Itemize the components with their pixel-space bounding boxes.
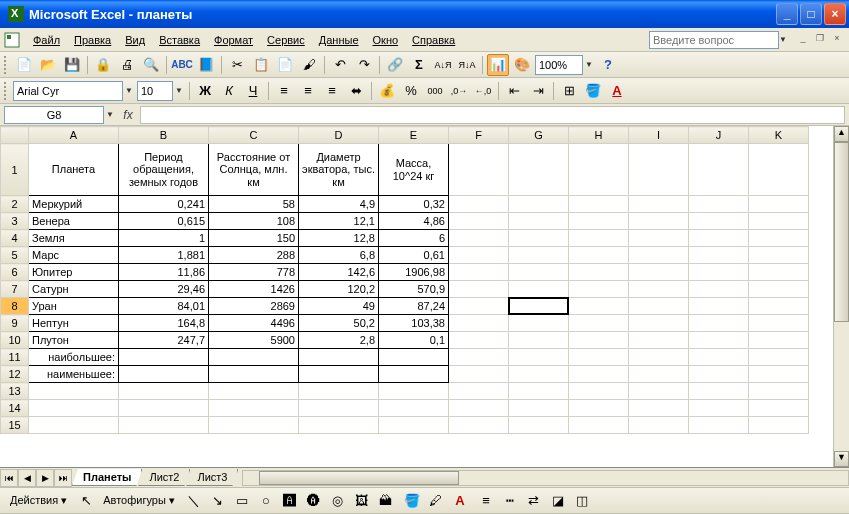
cell-B8[interactable]: 84,01 <box>119 298 209 315</box>
cell-E5[interactable]: 0,61 <box>379 247 449 264</box>
dash-style-icon[interactable]: ┅ <box>499 490 521 512</box>
cell-K15[interactable] <box>749 417 809 434</box>
row-header-3[interactable]: 3 <box>1 213 29 230</box>
row-header-5[interactable]: 5 <box>1 247 29 264</box>
cell-C8[interactable]: 2869 <box>209 298 299 315</box>
cell-J5[interactable] <box>689 247 749 264</box>
cell-J2[interactable] <box>689 196 749 213</box>
cell-E2[interactable]: 0,32 <box>379 196 449 213</box>
cell-K7[interactable] <box>749 281 809 298</box>
cell-E14[interactable] <box>379 400 449 417</box>
open-icon[interactable]: 📂 <box>37 54 59 76</box>
cell-A8[interactable]: Уран <box>29 298 119 315</box>
help-icon[interactable]: ? <box>597 54 619 76</box>
row-header-15[interactable]: 15 <box>1 417 29 434</box>
zoom-dropdown-icon[interactable]: ▼ <box>585 60 595 69</box>
cell-C2[interactable]: 58 <box>209 196 299 213</box>
cell-I1[interactable] <box>629 144 689 196</box>
cell-G1[interactable] <box>509 144 569 196</box>
menu-insert[interactable]: Вставка <box>152 32 207 48</box>
cell-A13[interactable] <box>29 383 119 400</box>
cell-B13[interactable] <box>119 383 209 400</box>
tab-next-icon[interactable]: ▶ <box>36 469 54 487</box>
toolbar-grip[interactable] <box>4 82 8 100</box>
cell-F10[interactable] <box>449 332 509 349</box>
col-header-D[interactable]: D <box>299 127 379 144</box>
cell-A12[interactable]: наименьшее: <box>29 366 119 383</box>
spelling-icon[interactable]: ABC <box>171 54 193 76</box>
autosum-icon[interactable]: Σ <box>408 54 430 76</box>
cell-K5[interactable] <box>749 247 809 264</box>
cell-J12[interactable] <box>689 366 749 383</box>
cell-E4[interactable]: 6 <box>379 230 449 247</box>
shadow-icon[interactable]: ◪ <box>547 490 569 512</box>
cell-B7[interactable]: 29,46 <box>119 281 209 298</box>
cell-H6[interactable] <box>569 264 629 281</box>
fx-icon[interactable]: fx <box>118 108 138 122</box>
clipart-icon[interactable]: 🖼 <box>351 490 373 512</box>
row-header-13[interactable]: 13 <box>1 383 29 400</box>
cell-I10[interactable] <box>629 332 689 349</box>
cell-I2[interactable] <box>629 196 689 213</box>
sheet-tab-planets[interactable]: Планеты <box>72 469 142 486</box>
copy-icon[interactable]: 📋 <box>250 54 272 76</box>
cell-A3[interactable]: Венера <box>29 213 119 230</box>
cell-I14[interactable] <box>629 400 689 417</box>
print-preview-icon[interactable]: 🔍 <box>140 54 162 76</box>
sort-desc-icon[interactable]: Я↓А <box>456 54 478 76</box>
cell-A10[interactable]: Плутон <box>29 332 119 349</box>
cell-F9[interactable] <box>449 315 509 332</box>
borders-icon[interactable]: ⊞ <box>558 80 580 102</box>
cell-I7[interactable] <box>629 281 689 298</box>
cell-I13[interactable] <box>629 383 689 400</box>
cell-J7[interactable] <box>689 281 749 298</box>
cell-G12[interactable] <box>509 366 569 383</box>
picture-icon[interactable]: 🏔 <box>375 490 397 512</box>
cell-E7[interactable]: 570,9 <box>379 281 449 298</box>
cell-E9[interactable]: 103,38 <box>379 315 449 332</box>
cell-A15[interactable] <box>29 417 119 434</box>
cell-I11[interactable] <box>629 349 689 366</box>
col-header-I[interactable]: I <box>629 127 689 144</box>
row-header-6[interactable]: 6 <box>1 264 29 281</box>
line-style-icon[interactable]: ≡ <box>475 490 497 512</box>
col-header-K[interactable]: K <box>749 127 809 144</box>
cell-D7[interactable]: 120,2 <box>299 281 379 298</box>
cell-K6[interactable] <box>749 264 809 281</box>
cell-K11[interactable] <box>749 349 809 366</box>
menu-window[interactable]: Окно <box>366 32 406 48</box>
research-icon[interactable]: 📘 <box>195 54 217 76</box>
row-header-12[interactable]: 12 <box>1 366 29 383</box>
cell-B14[interactable] <box>119 400 209 417</box>
cell-C11[interactable] <box>209 349 299 366</box>
cell-D13[interactable] <box>299 383 379 400</box>
select-objects-icon[interactable]: ↖ <box>75 490 97 512</box>
menu-view[interactable]: Вид <box>118 32 152 48</box>
cell-F8[interactable] <box>449 298 509 315</box>
cell-B4[interactable]: 1 <box>119 230 209 247</box>
col-header-E[interactable]: E <box>379 127 449 144</box>
cell-H2[interactable] <box>569 196 629 213</box>
cell-E12[interactable] <box>379 366 449 383</box>
cell-H11[interactable] <box>569 349 629 366</box>
new-icon[interactable]: 📄 <box>13 54 35 76</box>
cell-A11[interactable]: наибольшее: <box>29 349 119 366</box>
line-icon[interactable]: ＼ <box>183 490 205 512</box>
cell-E11[interactable] <box>379 349 449 366</box>
chart-wizard-icon[interactable]: 📊 <box>487 54 509 76</box>
cell-I4[interactable] <box>629 230 689 247</box>
col-header-B[interactable]: B <box>119 127 209 144</box>
name-box[interactable]: G8 <box>4 106 104 124</box>
decrease-decimal-icon[interactable]: ←,0 <box>472 80 494 102</box>
cell-F6[interactable] <box>449 264 509 281</box>
cell-C13[interactable] <box>209 383 299 400</box>
col-header-F[interactable]: F <box>449 127 509 144</box>
sheet-tab-2[interactable]: Лист2 <box>138 469 190 486</box>
cell-C6[interactable]: 778 <box>209 264 299 281</box>
increase-decimal-icon[interactable]: ,0→ <box>448 80 470 102</box>
cell-A6[interactable]: Юпитер <box>29 264 119 281</box>
cell-B15[interactable] <box>119 417 209 434</box>
cell-B5[interactable]: 1,881 <box>119 247 209 264</box>
cut-icon[interactable]: ✂ <box>226 54 248 76</box>
row-header-10[interactable]: 10 <box>1 332 29 349</box>
